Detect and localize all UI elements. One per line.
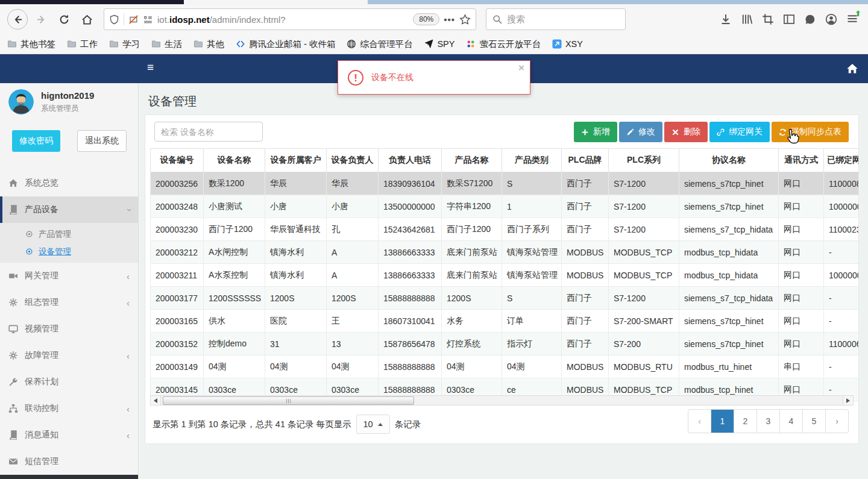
browser-tab[interactable] (184, 0, 368, 4)
column-header[interactable]: 已绑定网关 (824, 149, 860, 172)
alert-close-icon[interactable]: × (518, 62, 524, 74)
table-row[interactable]: 200003165供水医院王18607310041水务订单西门子S7-200-S… (151, 310, 860, 333)
account-icon[interactable] (825, 13, 837, 25)
xsy-icon (552, 39, 562, 49)
column-header[interactable]: 设备负责人 (327, 149, 379, 172)
table-row[interactable]: 200003248小唐测试小唐小唐13500000000字符串12001西门子S… (151, 195, 860, 218)
sidebar-item-video-management[interactable]: 视频管理 (0, 316, 138, 342)
sidebar-item-sms-management[interactable]: 短信管理 (0, 448, 138, 475)
button-label: 绑定网关 (729, 127, 763, 137)
sidebar-item-gateway-management[interactable]: 网关管理‹ (0, 263, 138, 289)
table-row[interactable]: 200003212A水闸控制镇海水利A13886663333底来门前泵站镇海泵站… (151, 241, 860, 264)
sidebar-item-fault-management[interactable]: 故障管理‹ (0, 342, 138, 369)
sidebar-collapse-icon[interactable]: ≡ (147, 61, 154, 74)
table-cell: modbus_tcp_hidata (679, 241, 779, 264)
browser-active-tab[interactable] (0, 0, 184, 4)
table-row[interactable]: 200003152控制demo311315878656478灯控系统指示灯西门子… (151, 333, 860, 355)
sidebar-item-system-overview[interactable]: 系统总览 (0, 170, 138, 196)
pagination-page-1[interactable]: 1 (711, 410, 734, 433)
screenshot-icon[interactable] (762, 13, 774, 25)
sidebar-item-config-management[interactable]: 组态管理‹ (0, 289, 138, 316)
bookmark-label: 腾讯企业邮箱 - 收件箱 (249, 39, 335, 50)
bookmark-other-bookmarks[interactable]: 其他书签 (7, 39, 55, 50)
app-menu-button[interactable]: ⬆ (846, 13, 858, 27)
bookmark-life[interactable]: 生活 (151, 39, 182, 50)
bind-gateway-button[interactable]: 绑定网关 (709, 122, 770, 142)
pagination-page-5[interactable]: 5 (802, 410, 825, 433)
pocket-chat-icon[interactable] (804, 13, 816, 25)
edit-button[interactable]: 修改 (619, 122, 662, 142)
bookmark-star-icon[interactable] (459, 14, 471, 25)
pagination-page-2[interactable]: 2 (734, 410, 756, 433)
forward-button[interactable] (31, 10, 51, 29)
shield-icon (109, 14, 119, 25)
sidebar-item-linkage-control[interactable]: 联动控制‹ (0, 395, 138, 422)
navbar-home-icon[interactable] (846, 63, 858, 75)
column-header[interactable]: 设备所属客户 (265, 149, 327, 172)
table-cell: 华辰 (327, 172, 379, 195)
permissions-icon[interactable] (143, 14, 153, 25)
column-header[interactable]: 设备名称 (204, 149, 265, 172)
column-header[interactable]: 协议名称 (679, 149, 779, 172)
table-row[interactable]: 200003230西门子1200华辰智通科技孔15243642681西门子120… (151, 218, 860, 241)
content-blocked-icon[interactable] (128, 14, 139, 25)
bookmark-ys-open-platform[interactable]: 萤石云开放平台 (466, 39, 541, 50)
table-row[interactable]: 200003211A水泵控制镇海水利A13886663333底来门前泵站镇海泵站… (151, 264, 860, 287)
scroll-left-button[interactable] (151, 396, 161, 405)
avatar[interactable] (8, 89, 34, 114)
horizontal-scrollbar[interactable] (150, 395, 854, 405)
sidebar-item-message-notify[interactable]: 消息通知‹ (0, 422, 138, 448)
table-row[interactable]: 200003256数采1200华辰华辰18390936104数采S71200S西… (151, 172, 860, 195)
column-header[interactable]: 负责人电话 (379, 149, 442, 172)
back-button[interactable] (7, 9, 28, 30)
column-header[interactable]: 产品名称 (442, 149, 502, 172)
column-header[interactable]: PLC品牌 (562, 149, 609, 172)
bookmark-study[interactable]: 学习 (109, 39, 140, 50)
pagination-prev[interactable]: ‹ (688, 410, 711, 433)
sidebar-toggle-icon[interactable] (783, 13, 795, 25)
add-button[interactable]: 新增 (574, 122, 617, 142)
envelope-icon (8, 457, 18, 466)
table-row[interactable]: 2000031771200SSSSSS1200S1200S15888888888… (151, 287, 860, 310)
pagination-page-4[interactable]: 4 (779, 410, 802, 433)
scrollbar-thumb[interactable] (163, 396, 414, 405)
home-button[interactable] (77, 10, 96, 29)
plus-icon (581, 128, 589, 136)
column-header[interactable]: 设备编号 (151, 149, 204, 172)
logout-button[interactable]: 退出系统 (77, 130, 127, 152)
bookmark-misc[interactable]: 其他 (193, 39, 224, 50)
bookmark-work[interactable]: 工作 (67, 39, 98, 50)
column-header[interactable]: PLC系列 (609, 149, 679, 172)
browser-search-box[interactable]: 搜索 (486, 8, 626, 30)
device-search-input[interactable] (154, 122, 263, 142)
column-header[interactable]: 产品类别 (502, 149, 562, 172)
sidebar-subitem-product-management[interactable]: 产品管理 (0, 225, 138, 243)
table-cell: 13500000000 (379, 195, 442, 218)
table-cell: 15878656478 (379, 333, 442, 355)
change-password-button[interactable]: 修改密码 (12, 130, 60, 152)
caret-up-icon (378, 423, 383, 426)
page-actions-icon[interactable]: ••• (444, 14, 455, 25)
sidebar-item-product-device[interactable]: 产品设备‹ (0, 196, 138, 223)
page-size-select[interactable]: 10 (356, 415, 390, 434)
library-icon[interactable] (741, 13, 753, 25)
table-cell: 31 (265, 333, 327, 355)
bookmark-tencent-mail[interactable]: 腾讯企业邮箱 - 收件箱 (236, 39, 335, 50)
zoom-level-badge[interactable]: 80% (413, 13, 439, 25)
scroll-right-button[interactable] (843, 396, 853, 405)
sidebar-item-maintenance-plan[interactable]: 保养计划 (0, 369, 138, 395)
table-row[interactable]: 20000314904测04测04测1588888888804测04测MODBU… (151, 355, 860, 378)
delete-button[interactable]: 删除 (664, 122, 708, 142)
column-header[interactable]: 通讯方式 (779, 149, 824, 172)
monitor-icon (8, 324, 18, 334)
bookmark-spy[interactable]: SPY (424, 39, 454, 49)
bookmark-xsy[interactable]: XSY (552, 39, 583, 49)
pagination-page-3[interactable]: 3 (756, 410, 779, 433)
reload-button[interactable] (54, 10, 74, 29)
downloads-icon[interactable] (720, 13, 732, 25)
summary-prefix: 显示第 1 到第 10 条记录，总共 41 条记录 每页显示 (153, 419, 351, 430)
url-bar[interactable]: iot.idosp.net/admin/index.html? 80% ••• (104, 8, 476, 30)
pagination-next[interactable]: › (825, 410, 848, 433)
bookmark-admin-platform[interactable]: 综合管理平台 (347, 39, 412, 50)
sidebar-subitem-device-management[interactable]: 设备管理 (0, 243, 138, 260)
